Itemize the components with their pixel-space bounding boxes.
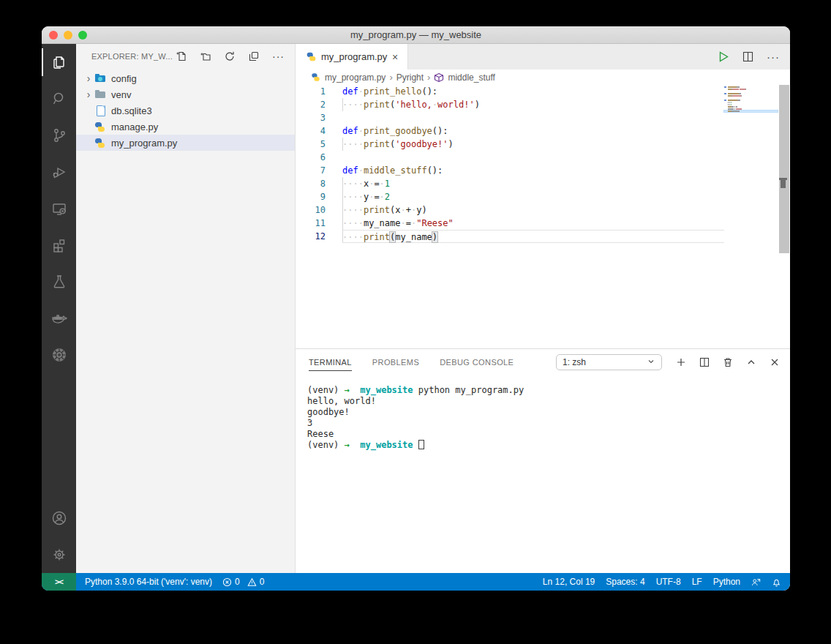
feedback-icon[interactable] [751,577,761,587]
text-cursor [437,231,438,242]
tab-debug-console[interactable]: DEBUG CONSOLE [440,349,514,375]
code-line-2[interactable]: 2····print('hello,·world!') [296,98,790,111]
source-control-icon[interactable] [42,117,76,154]
line-number[interactable]: 10 [296,205,326,215]
tab-terminal[interactable]: TERMINAL [309,349,352,375]
code-line-11[interactable]: 11····my_name·=·"Reese" [296,217,790,230]
code-line-12[interactable]: 12····print(my_name) [296,230,790,243]
line-number[interactable]: 8 [296,179,326,189]
more-editor-actions-icon[interactable]: ··· [767,50,780,63]
indentation[interactable]: Spaces: 4 [606,577,644,587]
zoom-window-button[interactable] [78,31,87,40]
breadcrumb-module[interactable]: Pyright [396,72,424,83]
breadcrumb-symbol[interactable]: middle_stuff [448,72,495,83]
tree-item-label: venv [111,89,131,100]
code-line-6[interactable]: 6 [296,151,790,164]
terminal-line: (venv) → my_website [307,440,790,451]
code-line-10[interactable]: 10····print(x·+·y) [296,203,790,217]
line-number[interactable]: 9 [296,192,326,202]
terminal-cursor [418,440,424,449]
settings-gear-icon[interactable] [42,536,76,573]
close-window-button[interactable] [49,31,58,40]
code-line-1[interactable]: 1def·print_hello(): [296,85,790,98]
more-actions-icon[interactable]: ··· [272,50,285,62]
tree-item-config[interactable]: ›config [76,70,295,86]
minimap-line [724,104,778,105]
tree-item-manage.py[interactable]: manage.py [76,119,295,135]
line-text: ····print('hello,·world!') [342,98,724,111]
search-icon[interactable] [42,80,76,117]
gear-dot-icon [98,77,102,81]
python-interpreter[interactable]: Python 3.9.0 64-bit ('venv': venv) [85,577,212,587]
tree-item-db.sqlite3[interactable]: db.sqlite3 [76,102,295,119]
kill-terminal-icon[interactable] [722,356,734,368]
line-number[interactable]: 7 [296,165,326,176]
minimap-line [724,86,778,88]
line-number[interactable]: 12 [296,231,326,242]
language-mode[interactable]: Python [713,577,740,587]
split-terminal-icon[interactable] [699,356,710,368]
tree-item-venv[interactable]: ›venv [76,86,295,102]
line-number[interactable]: 5 [296,139,326,149]
minimize-window-button[interactable] [64,31,72,40]
line-number[interactable]: 4 [296,126,326,136]
eol-sequence[interactable]: LF [692,577,702,587]
remote-indicator[interactable]: >< [42,573,76,591]
docker-icon[interactable] [42,300,76,337]
minimap-line [724,93,778,94]
new-terminal-icon[interactable] [675,356,687,368]
tab-problems[interactable]: PROBLEMS [372,349,419,375]
line-text: def·print_hello(): [342,85,724,98]
remote-explorer-icon[interactable] [42,190,76,227]
accounts-icon[interactable] [42,500,76,536]
code-lines: 1def·print_hello():2····print('hello,·wo… [296,85,790,243]
line-number[interactable]: 6 [296,152,326,162]
maximize-panel-icon[interactable] [745,356,757,368]
line-number[interactable]: 3 [296,113,326,123]
run-python-file-icon[interactable] [717,50,729,63]
minimap-line [724,111,778,112]
code-editor[interactable]: 1def·print_hello():2····print('hello,·wo… [296,85,790,348]
file-icon [94,105,106,116]
testing-icon[interactable] [42,263,76,300]
extensions-icon[interactable] [42,227,76,263]
line-number[interactable]: 1 [296,86,326,97]
symbol-cube-icon [434,72,444,83]
minimap-line [724,102,778,103]
explorer-icon[interactable] [42,44,76,80]
new-folder-icon[interactable] [200,50,211,62]
code-line-8[interactable]: 8····x·=·1 [296,177,790,190]
encoding[interactable]: UTF-8 [656,577,681,587]
cursor-position[interactable]: Ln 12, Col 19 [543,577,595,587]
close-panel-icon[interactable] [769,356,781,368]
terminal-line: Reese [307,429,790,440]
kubernetes-icon[interactable] [42,337,76,373]
tab-label: my_program.py [321,51,387,62]
tab-bar: my_program.py × ··· [296,44,790,70]
tab-my-program[interactable]: my_program.py × [296,44,408,70]
collapse-folders-icon[interactable] [248,50,260,62]
minimap-line [724,91,778,92]
run-and-debug-icon[interactable] [42,154,76,190]
code-line-9[interactable]: 9····y·=·2 [296,190,790,203]
tree-item-my_program.py[interactable]: my_program.py [76,135,295,151]
code-line-5[interactable]: 5····print('goodbye!') [296,138,790,151]
line-text: def·print_goodbye(): [342,124,724,138]
editor-scrollbar[interactable] [779,85,789,253]
notifications-bell-icon[interactable] [772,577,781,587]
new-file-icon[interactable] [176,50,187,62]
code-line-4[interactable]: 4def·print_goodbye(): [296,124,790,138]
refresh-icon[interactable] [224,50,236,62]
code-line-7[interactable]: 7def·middle_stuff(): [296,164,790,177]
problems-summary[interactable]: 0 0 [222,577,264,587]
line-text: ····print('goodbye!') [342,138,724,151]
split-editor-icon[interactable] [742,50,754,63]
minimap[interactable] [724,85,778,113]
line-number[interactable]: 2 [296,100,326,110]
close-tab-icon[interactable]: × [388,51,402,63]
terminal-shell-select[interactable]: 1: zsh [556,354,662,370]
code-line-3[interactable]: 3 [296,111,790,124]
breadcrumb-file[interactable]: my_program.py [325,72,386,83]
line-number[interactable]: 11 [296,218,326,228]
terminal-output[interactable]: (venv) → my_website python my_program.py… [296,375,790,451]
